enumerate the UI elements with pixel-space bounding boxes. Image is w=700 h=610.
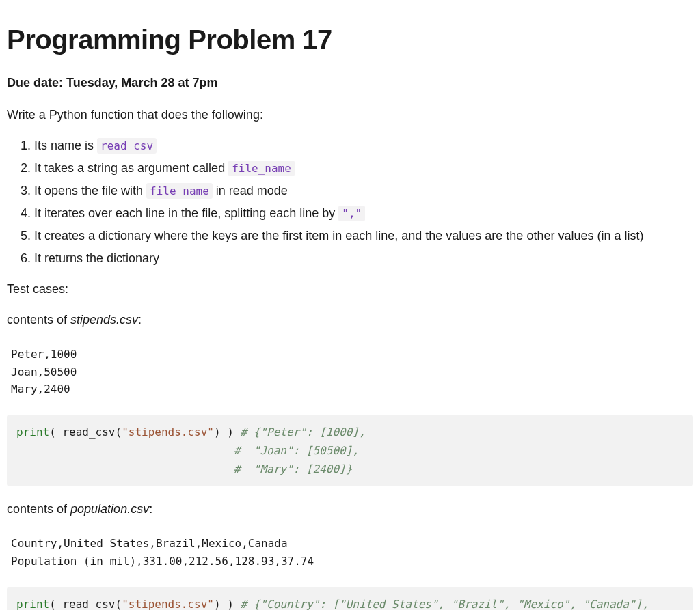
tok-punct: ( — [116, 598, 122, 610]
file-label: contents of population.csv: — [7, 500, 693, 518]
tok-comment: # "Joan": [50500], — [16, 444, 359, 457]
list-item: It returns the dictionary — [34, 249, 693, 268]
file-label-suffix: : — [149, 502, 152, 516]
tok-comment: # {"Country": ["United States", "Brazil"… — [241, 598, 649, 610]
tok-punct: ) — [221, 598, 241, 610]
tok-func: read_csv — [62, 426, 115, 439]
list-item: Its name is read_csv — [34, 137, 693, 155]
list-item: It iterates over each line in the file, … — [34, 204, 693, 223]
step-text: in read mode — [213, 184, 288, 197]
file-label-suffix: : — [138, 313, 142, 327]
tok-builtin: print — [16, 598, 49, 610]
tok-string: "stipends.csv" — [122, 426, 214, 439]
step-text: It creates a dictionary where the keys a… — [34, 229, 643, 242]
step-text: It opens the file with — [34, 184, 146, 197]
tok-punct: ) — [214, 426, 221, 439]
intro-text: Write a Python function that does the fo… — [7, 106, 693, 124]
due-date: Due date: Tuesday, March 28 at 7pm — [7, 74, 693, 92]
step-text: Its name is — [34, 139, 97, 152]
file-contents: Peter,1000 Joan,50500 Mary,2400 — [7, 342, 693, 402]
code-inline: "," — [338, 206, 365, 221]
list-item: It creates a dictionary where the keys a… — [34, 227, 693, 245]
tok-string: "stipends.csv" — [122, 598, 214, 610]
file-label: contents of stipends.csv: — [7, 311, 693, 329]
file-contents: Country,United States,Brazil,Mexico,Cana… — [7, 531, 693, 574]
tok-builtin: print — [16, 426, 49, 439]
code-inline: file_name — [228, 161, 295, 176]
tok-func: read_csv — [62, 598, 115, 610]
list-item: It takes a string as argument called fil… — [34, 159, 693, 178]
test-cases-label: Test cases: — [7, 280, 693, 299]
page-title: Programming Problem 17 — [7, 19, 693, 60]
tok-punct: ( — [116, 426, 122, 439]
file-label-prefix: contents of — [7, 313, 70, 327]
step-text: It takes a string as argument called — [34, 161, 228, 175]
file-label-prefix: contents of — [7, 502, 70, 516]
file-name: stipends.csv — [70, 313, 138, 327]
tok-comment: # {"Peter": [1000], — [241, 426, 366, 439]
code-block: print( read_csv("stipends.csv") ) # {"Co… — [7, 587, 693, 610]
code-inline: file_name — [146, 183, 213, 199]
document: Programming Problem 17 Due date: Tuesday… — [0, 0, 700, 610]
tok-comment: # "Mary": [2400]} — [16, 462, 352, 475]
tok-punct: ) — [221, 426, 241, 439]
step-text: It iterates over each line in the file, … — [34, 206, 338, 220]
tok-punct: ( — [49, 426, 62, 439]
file-name: population.csv — [70, 502, 149, 516]
code-inline: read_csv — [97, 138, 157, 154]
step-text: It returns the dictionary — [34, 251, 159, 265]
code-block: print( read_csv("stipends.csv") ) # {"Pe… — [7, 415, 693, 487]
tok-punct: ( — [49, 598, 62, 610]
list-item: It opens the file with file_name in read… — [34, 182, 693, 200]
requirements-list: Its name is read_csv It takes a string a… — [7, 137, 693, 268]
tok-punct: ) — [214, 598, 221, 610]
